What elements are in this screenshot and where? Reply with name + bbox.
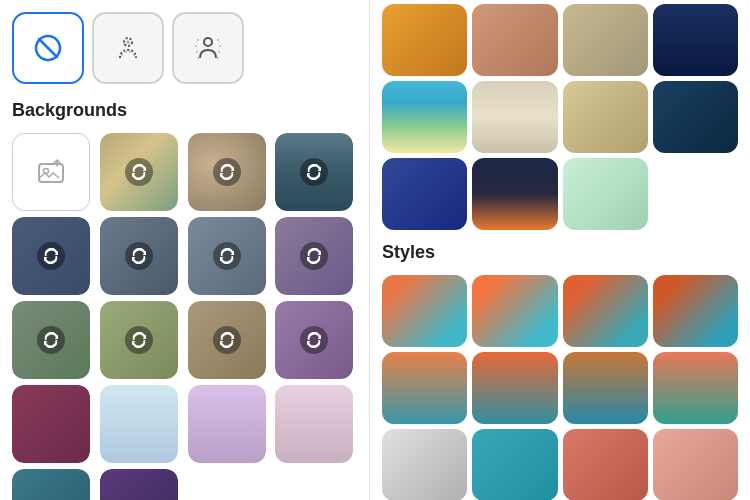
styles-section: Styles xyxy=(382,242,738,500)
background-item[interactable] xyxy=(100,301,178,379)
style-item[interactable] xyxy=(653,352,738,424)
svg-line-1 xyxy=(39,39,57,57)
style-item[interactable] xyxy=(472,429,557,500)
background-item[interactable] xyxy=(188,217,266,295)
background-item[interactable] xyxy=(188,385,266,463)
background-item[interactable] xyxy=(100,133,178,211)
svg-point-3 xyxy=(127,41,130,44)
svg-point-9 xyxy=(133,54,135,56)
right-background-item[interactable] xyxy=(653,81,738,153)
style-item[interactable] xyxy=(382,275,467,347)
right-panel: Styles xyxy=(370,0,750,500)
background-item[interactable] xyxy=(275,385,353,463)
style-item[interactable] xyxy=(653,275,738,347)
svg-point-14 xyxy=(219,45,221,47)
blur-background-button[interactable] xyxy=(172,12,244,84)
background-item[interactable] xyxy=(12,385,90,463)
svg-point-6 xyxy=(125,51,127,53)
right-background-item[interactable] xyxy=(472,4,557,76)
background-mode-buttons xyxy=(12,12,357,84)
background-item[interactable] xyxy=(12,469,90,500)
svg-point-7 xyxy=(129,51,131,53)
style-item[interactable] xyxy=(653,429,738,500)
svg-point-13 xyxy=(195,45,197,47)
style-item[interactable] xyxy=(563,352,648,424)
svg-point-5 xyxy=(131,42,133,44)
style-item[interactable] xyxy=(382,429,467,500)
background-item[interactable] xyxy=(275,217,353,295)
background-item[interactable] xyxy=(12,301,90,379)
right-background-item[interactable] xyxy=(563,158,648,230)
style-item[interactable] xyxy=(563,429,648,500)
right-background-item[interactable] xyxy=(472,158,557,230)
right-background-item[interactable] xyxy=(382,4,467,76)
style-item[interactable] xyxy=(563,275,648,347)
right-background-item[interactable] xyxy=(563,4,648,76)
upload-background-button[interactable] xyxy=(12,133,90,211)
svg-point-10 xyxy=(204,38,212,46)
svg-point-11 xyxy=(197,39,199,41)
svg-point-4 xyxy=(123,42,125,44)
background-item[interactable] xyxy=(100,217,178,295)
no-background-button[interactable] xyxy=(12,12,84,84)
background-item[interactable] xyxy=(188,301,266,379)
backgrounds-title: Backgrounds xyxy=(12,100,357,121)
styles-grid xyxy=(382,275,738,500)
svg-point-12 xyxy=(217,39,219,41)
blur-person-button[interactable] xyxy=(92,12,164,84)
svg-rect-19 xyxy=(39,164,63,182)
svg-point-8 xyxy=(121,54,123,56)
background-item[interactable] xyxy=(275,133,353,211)
right-background-item[interactable] xyxy=(382,81,467,153)
background-item[interactable] xyxy=(100,469,178,500)
style-item[interactable] xyxy=(382,352,467,424)
backgrounds-right-grid xyxy=(382,4,738,230)
background-item[interactable] xyxy=(275,301,353,379)
style-item[interactable] xyxy=(472,275,557,347)
svg-point-15 xyxy=(196,51,198,53)
background-item[interactable] xyxy=(100,385,178,463)
svg-point-17 xyxy=(197,57,199,59)
backgrounds-grid xyxy=(12,133,357,500)
right-background-item[interactable] xyxy=(653,4,738,76)
right-background-item[interactable] xyxy=(382,158,467,230)
svg-point-16 xyxy=(218,51,220,53)
svg-point-18 xyxy=(217,57,219,59)
left-panel: Backgrounds xyxy=(0,0,370,500)
style-item[interactable] xyxy=(472,352,557,424)
right-background-item[interactable] xyxy=(563,81,648,153)
styles-title: Styles xyxy=(382,242,738,263)
background-item[interactable] xyxy=(12,217,90,295)
background-item[interactable] xyxy=(188,133,266,211)
right-background-item[interactable] xyxy=(472,81,557,153)
